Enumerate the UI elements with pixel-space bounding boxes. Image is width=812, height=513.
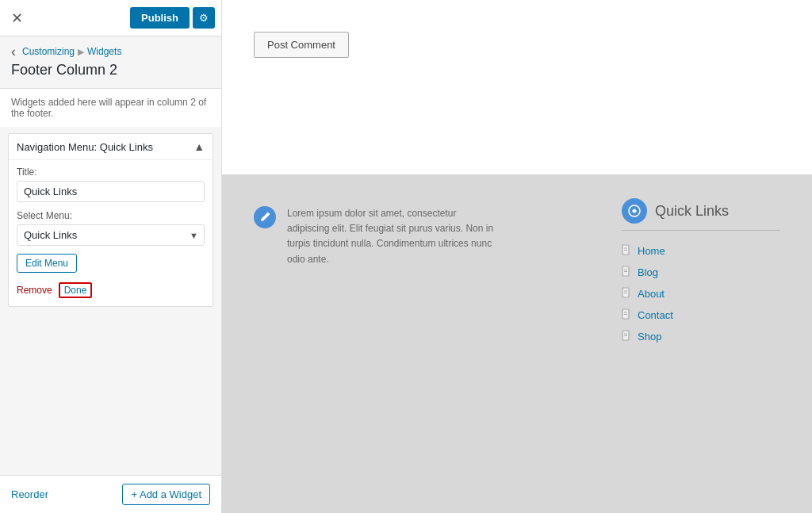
footer-pencil-icon <box>254 206 276 228</box>
widget-header-label: Navigation Menu: Quick Links <box>17 141 153 153</box>
nav-link-doc-icon-0 <box>622 244 631 258</box>
breadcrumb-section: ‹ Customizing ▶ Widgets Footer Column 2 <box>0 36 221 89</box>
menu-select[interactable]: Quick Links <box>17 224 205 246</box>
nav-link-doc-icon-2 <box>622 287 631 301</box>
publish-area: Publish ⚙ <box>130 7 215 29</box>
quick-links-divider <box>622 230 780 231</box>
sidebar-footer: Reorder + Add a Widget <box>0 475 221 513</box>
breadcrumb-arrow: ▶ <box>78 47 84 57</box>
gear-button[interactable]: ⚙ <box>193 7 215 29</box>
reorder-link[interactable]: Reorder <box>11 488 48 500</box>
nav-link-doc-icon-1 <box>622 266 631 279</box>
footer-right: Quick Links Home Blog <box>622 198 780 481</box>
select-wrapper: Quick Links ▼ <box>17 224 205 246</box>
main-content: Post Comment Lorem ipsum dolor sit amet,… <box>222 0 812 513</box>
sidebar-topbar: ✕ Publish ⚙ <box>0 0 221 36</box>
back-button[interactable]: ‹ <box>11 44 16 59</box>
select-menu-form-group: Select Menu: Quick Links ▼ <box>17 210 205 246</box>
title-label: Title: <box>17 167 205 178</box>
nav-link-item: Shop <box>622 326 780 347</box>
nav-link-contact[interactable]: Contact <box>638 309 673 321</box>
nav-link-item: About <box>622 283 780 304</box>
sidebar: ✕ Publish ⚙ ‹ Customizing ▶ Widgets Foot… <box>0 0 222 513</box>
widget-actions: Remove Done <box>17 282 205 298</box>
close-button[interactable]: ✕ <box>6 6 28 30</box>
sidebar-description: Widgets added here will appear in column… <box>0 89 221 127</box>
breadcrumb: ‹ Customizing ▶ Widgets <box>11 44 210 59</box>
select-menu-label: Select Menu: <box>17 210 205 221</box>
breadcrumb-widgets[interactable]: Widgets <box>87 46 121 57</box>
page-footer: Lorem ipsum dolor sit amet, consectetur … <box>222 174 812 513</box>
done-link[interactable]: Done <box>59 282 93 298</box>
title-input[interactable] <box>17 181 205 202</box>
nav-link-doc-icon-3 <box>622 308 631 322</box>
nav-link-about[interactable]: About <box>638 288 665 300</box>
nav-link-doc-icon-4 <box>622 330 631 343</box>
nav-link-blog[interactable]: Blog <box>638 266 658 278</box>
sidebar-content: Navigation Menu: Quick Links ▲ Title: Se… <box>0 127 221 475</box>
footer-left: Lorem ipsum dolor sit amet, consectetur … <box>254 198 590 481</box>
add-widget-button[interactable]: + Add a Widget <box>122 484 210 505</box>
nav-link-item: Contact <box>622 304 780 326</box>
breadcrumb-customizing[interactable]: Customizing <box>22 46 75 57</box>
widget-card-body: Title: Select Menu: Quick Links ▼ Edit M… <box>9 159 213 306</box>
nav-link-item: Blog <box>622 262 780 283</box>
nav-link-shop[interactable]: Shop <box>638 331 661 343</box>
post-comment-button[interactable]: Post Comment <box>254 32 349 58</box>
widget-chevron-icon: ▲ <box>193 140 205 153</box>
nav-links: Home Blog About <box>622 240 780 347</box>
remove-link[interactable]: Remove <box>17 285 52 296</box>
widget-card-header[interactable]: Navigation Menu: Quick Links ▲ <box>9 134 213 159</box>
nav-link-home[interactable]: Home <box>638 245 665 257</box>
edit-menu-button[interactable]: Edit Menu <box>17 254 77 273</box>
nav-link-item: Home <box>622 240 780 262</box>
quick-links-icon <box>622 198 647 224</box>
section-title: Footer Column 2 <box>11 62 210 78</box>
title-form-group: Title: <box>17 167 205 202</box>
publish-button[interactable]: Publish <box>130 7 190 29</box>
widget-card: Navigation Menu: Quick Links ▲ Title: Se… <box>8 133 213 307</box>
quick-links-header: Quick Links <box>622 198 780 224</box>
footer-description: Lorem ipsum dolor sit amet, consectetur … <box>287 206 501 267</box>
page-top: Post Comment <box>222 0 812 174</box>
quick-links-title: Quick Links <box>655 203 729 220</box>
